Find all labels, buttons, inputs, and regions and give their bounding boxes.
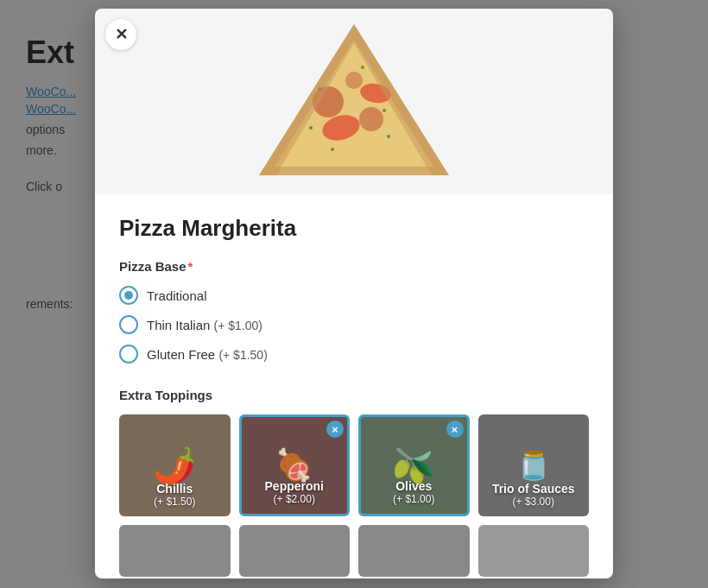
svg-point-3 [359, 107, 383, 131]
toppings-grid-row1: 🌶️ Chillis (+ $1.50) × 🍖 Pepperoni (+ $2… [119, 414, 589, 516]
extra-toppings-section: Extra Toppings 🌶️ Chillis (+ $1.50) × 🍖 … [119, 388, 589, 577]
sauces-name: Trio of Sauces [492, 482, 575, 496]
radio-thin-italian-label: Thin Italian (+ $1.00) [147, 318, 262, 332]
pepperoni-price: (+ $2.00) [274, 493, 315, 505]
product-hero-image [95, 9, 613, 194]
radio-traditional-label: Traditional [147, 288, 206, 303]
topping-extra-1[interactable] [119, 525, 231, 577]
modal-product-title: Pizza Margherita [119, 215, 589, 242]
topping-chillis[interactable]: 🌶️ Chillis (+ $1.50) [119, 414, 231, 516]
topping-extra-3[interactable] [358, 525, 470, 577]
topping-olives[interactable]: × 🫒 Olives (+ $1.00) [358, 414, 470, 516]
topping-pepperoni[interactable]: × 🍖 Pepperoni (+ $2.00) [239, 414, 351, 516]
svg-point-8 [361, 66, 364, 69]
svg-point-10 [331, 148, 334, 151]
svg-point-9 [387, 135, 390, 138]
sauces-price: (+ $3.00) [513, 496, 554, 508]
topping-trio-sauces[interactable]: 🫙 Trio of Sauces (+ $3.00) [478, 414, 590, 516]
radio-gluten-free[interactable]: Gluten Free (+ $1.50) [119, 345, 589, 364]
olives-price: (+ $1.00) [393, 493, 434, 505]
modal-overlay: ✕ [0, 0, 708, 588]
radio-thin-italian-circle [119, 315, 138, 334]
svg-point-11 [382, 109, 386, 112]
modal-close-button[interactable]: ✕ [105, 19, 136, 50]
radio-traditional-circle [119, 286, 138, 305]
pizza-base-section: Pizza Base* Traditional Thin Italian (+ … [119, 259, 589, 364]
pizza-slice-svg [242, 16, 466, 188]
pepperoni-remove-button[interactable]: × [326, 420, 344, 438]
pizza-base-label: Pizza Base* [119, 259, 589, 274]
pepperoni-name: Pepperoni [265, 479, 324, 493]
chillis-price: (+ $1.50) [154, 496, 195, 508]
olives-name: Olives [395, 479, 432, 493]
chillis-name: Chillis [156, 482, 193, 496]
radio-gluten-free-label: Gluten Free (+ $1.50) [147, 347, 268, 362]
modal-body: Pizza Margherita Pizza Base* Traditional… [95, 194, 613, 579]
svg-marker-1 [275, 40, 433, 167]
topping-extra-2[interactable] [239, 525, 351, 577]
svg-point-12 [309, 126, 313, 130]
topping-extra-4[interactable] [478, 525, 590, 577]
radio-thin-italian[interactable]: Thin Italian (+ $1.00) [119, 315, 589, 334]
radio-traditional[interactable]: Traditional [119, 286, 589, 305]
close-icon: ✕ [115, 25, 128, 44]
product-modal: ✕ [95, 9, 613, 579]
olives-remove-button[interactable]: × [446, 420, 464, 438]
toppings-grid-row2 [119, 525, 589, 577]
extra-toppings-label: Extra Toppings [119, 388, 589, 402]
svg-point-4 [345, 72, 363, 89]
radio-gluten-free-circle [119, 345, 138, 364]
